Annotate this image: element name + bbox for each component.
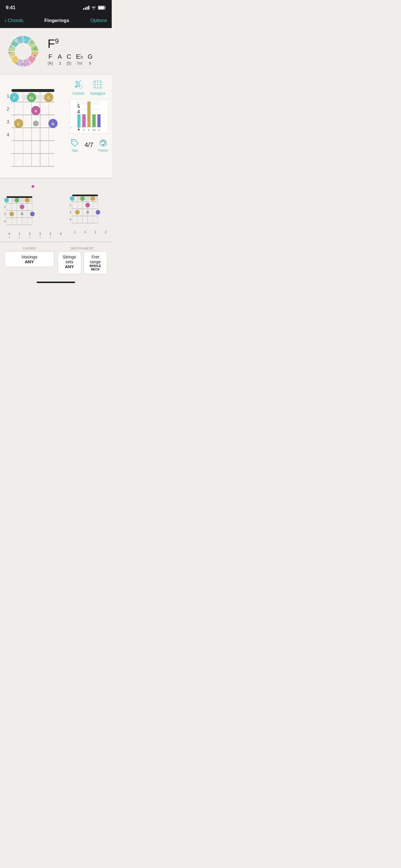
svg-point-105 [70, 196, 74, 201]
options-button[interactable]: Options [90, 18, 107, 24]
svg-rect-66 [7, 196, 32, 198]
svg-text:A: A [34, 109, 37, 113]
chord-filter-section: CHORD Voicings ANY [5, 247, 54, 274]
svg-point-82 [4, 198, 9, 203]
status-icons [83, 6, 106, 10]
status-time: 9:41 [6, 5, 16, 10]
svg-point-87 [21, 213, 24, 215]
note-letter-g: G [88, 53, 93, 60]
strings-title: Strings sets [61, 254, 78, 264]
thumb-fretboard-1: 1 2 3 4 [2, 190, 37, 230]
svg-point-44 [33, 121, 39, 126]
svg-point-60 [101, 141, 102, 143]
bottom-row: Tags 4/7 Palette [70, 137, 108, 153]
wifi-icon [91, 6, 96, 10]
instrument-filter-label: INSTRUMENT [58, 247, 107, 250]
chart-label-7m: 7m [92, 129, 96, 131]
page-total: 7 [90, 141, 93, 148]
svg-point-55 [94, 87, 96, 88]
svg-point-52 [94, 84, 96, 85]
svg-text:C: C [47, 96, 50, 100]
note-letter-eb: E♭ [76, 53, 83, 60]
note-col-a: A 3 [58, 53, 62, 66]
note-col-g: G 9 [88, 53, 93, 66]
svg-text:A♭: A♭ [33, 55, 36, 58]
wheel-container[interactable]: F G♭ G A♭ A B♭ B C C♯ D E♭ E [5, 33, 42, 70]
thumbnail-2[interactable]: 1 2 3 4 1 3 1 2 1 4 [66, 184, 112, 239]
fretboard[interactable]: 1 2 3 4 F E♭ C A C G [6, 81, 62, 172]
svg-rect-1 [98, 7, 104, 9]
svg-point-83 [14, 198, 19, 203]
svg-text:2: 2 [4, 206, 6, 209]
note-letter-c: C [67, 53, 71, 60]
chevron-left-icon: ‹ [5, 17, 7, 24]
filter-bar: CHORD Voicings ANY INSTRUMENT Strings se… [0, 242, 112, 279]
svg-point-49 [94, 81, 96, 83]
svg-point-63 [104, 143, 106, 145]
note-role-c: (5) [66, 61, 71, 66]
fingering-section: 1 2 3 4 F E♭ C A C G [0, 75, 112, 178]
thumb-dot-1 [31, 185, 35, 188]
chord-wheel: F G♭ G A♭ A B♭ B C C♯ D E♭ E [5, 33, 42, 70]
svg-rect-2 [105, 7, 106, 9]
thumbnail-1[interactable]: 1 2 3 4 4 1 2 3 2 4 1 [0, 184, 66, 239]
svg-point-111 [96, 210, 100, 215]
svg-text:E♭: E♭ [30, 96, 33, 100]
page-current: 4 [85, 141, 88, 148]
svg-point-108 [85, 203, 90, 208]
svg-point-54 [100, 84, 101, 85]
tags-icon [70, 138, 80, 148]
tags-label: Tags [71, 149, 78, 152]
custom-button[interactable]: Custom [72, 79, 84, 95]
svg-point-65 [32, 185, 34, 188]
home-bar [37, 282, 75, 283]
svg-text:2: 2 [70, 204, 71, 207]
fret-title: Fret range [87, 254, 104, 264]
home-indicator [0, 279, 112, 286]
voicings-button[interactable]: Voicings ANY [5, 251, 54, 267]
svg-point-62 [104, 141, 106, 143]
chord-notes: F (R) A 3 C (5) E♭ 7m G 9 [48, 53, 107, 66]
chord-details: F9 F (R) A 3 C (5) E♭ 7m G 9 [48, 37, 107, 66]
svg-point-51 [100, 81, 101, 83]
svg-text:4: 4 [7, 132, 9, 137]
svg-point-84 [25, 198, 30, 203]
palette-icon [98, 138, 108, 148]
action-buttons: Custom A [70, 79, 108, 95]
fretboard-container: 1 2 3 4 F E♭ C A C G [0, 75, 66, 178]
strings-button[interactable]: Strings sets ANY [58, 251, 81, 274]
svg-rect-16 [11, 89, 55, 92]
chart-zero-label: 0 [71, 126, 72, 129]
svg-text:C: C [17, 122, 20, 126]
voicings-title: Voicings [22, 254, 37, 259]
svg-point-58 [72, 141, 73, 142]
thumb-fretboard-2: 1 2 3 4 [68, 189, 102, 229]
chart-label-r: R [78, 129, 81, 131]
chord-superscript: 9 [55, 37, 59, 45]
svg-text:3: 3 [7, 120, 9, 124]
nav-bar: ‹ Chords Fingerings Options [0, 14, 112, 28]
tags-button[interactable]: Tags [70, 138, 80, 152]
arpeggios-button[interactable]: Arpeggios [90, 79, 105, 95]
note-role-g: 9 [89, 61, 91, 66]
svg-text:1: 1 [7, 94, 9, 98]
note-role-a: 3 [59, 61, 61, 66]
palette-label: Palette [98, 149, 108, 152]
note-col-eb: E♭ 7m [76, 53, 83, 66]
signal-icon [83, 6, 89, 10]
status-bar: 9:41 [0, 0, 112, 14]
palette-button[interactable]: Palette [98, 138, 108, 152]
svg-text:D: D [10, 45, 12, 48]
svg-point-3 [15, 43, 31, 59]
back-button[interactable]: ‹ Chords [5, 17, 23, 24]
pagination: 4/7 [85, 141, 93, 149]
voicings-value: ANY [25, 259, 34, 264]
svg-point-56 [97, 87, 98, 88]
svg-point-88 [30, 212, 35, 216]
chart-label-9: 9 [97, 129, 100, 131]
bar-chart: 6 5 4 3 2 1 R 3 5 7m 9 [70, 99, 108, 134]
chart-label-5: 5 [87, 129, 90, 131]
svg-text:B: B [16, 62, 17, 64]
fret-range-button[interactable]: Fret range WHOLE NECK [84, 251, 107, 274]
svg-point-107 [91, 196, 95, 201]
